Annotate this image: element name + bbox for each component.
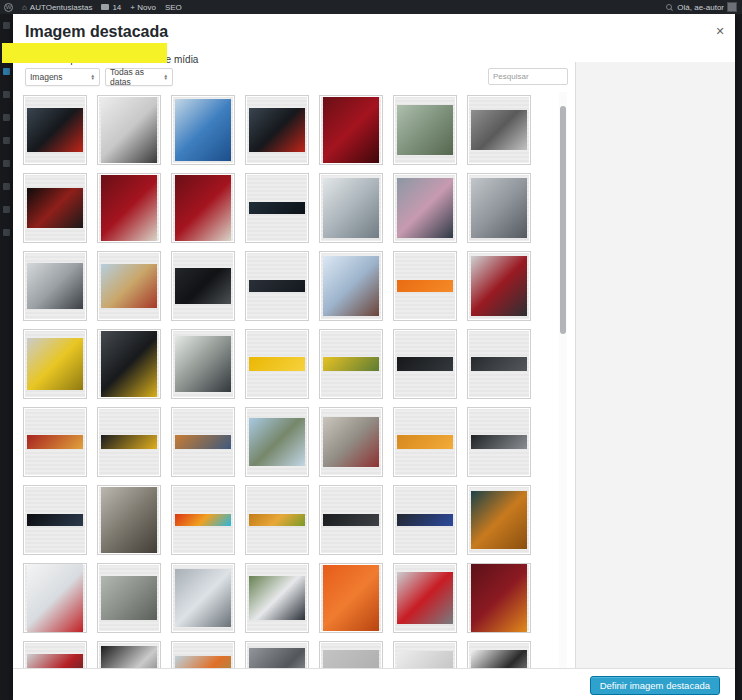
media-item[interactable] (97, 485, 161, 555)
account-menu[interactable]: Olá, ae-autor (677, 2, 737, 12)
media-item[interactable] (467, 641, 531, 668)
new-content-link[interactable]: + Novo (130, 3, 156, 12)
media-item[interactable] (171, 407, 235, 477)
media-item[interactable] (245, 407, 309, 477)
thumbnail-image (249, 357, 305, 371)
media-item[interactable] (319, 407, 383, 477)
thumbnail-image (249, 108, 305, 152)
media-item[interactable] (319, 641, 383, 668)
attachment-details-sidebar (575, 62, 735, 668)
appearance-icon[interactable] (3, 137, 10, 144)
thumbnail-image (471, 357, 527, 371)
seo-label: SEO (165, 3, 182, 12)
media-item[interactable] (245, 563, 309, 633)
media-icon[interactable] (3, 68, 10, 75)
media-item[interactable] (245, 95, 309, 165)
comments-link[interactable]: 14 (101, 3, 121, 12)
thumbnail-image (323, 650, 379, 668)
media-item[interactable] (467, 95, 531, 165)
dashboard-icon[interactable] (3, 22, 10, 29)
media-item[interactable] (23, 485, 87, 555)
media-item[interactable] (97, 563, 161, 633)
media-item[interactable] (393, 173, 457, 243)
settings-icon[interactable] (3, 229, 10, 236)
media-item[interactable] (393, 485, 457, 555)
media-item[interactable] (245, 173, 309, 243)
wp-logo-menu[interactable]: W (4, 3, 13, 12)
users-icon[interactable] (3, 183, 10, 190)
media-item[interactable] (319, 95, 383, 165)
media-item[interactable] (171, 251, 235, 321)
thumbnail-image (175, 175, 231, 241)
media-item[interactable] (319, 485, 383, 555)
tab-media-library[interactable]: Biblioteca de mídia (114, 54, 199, 65)
thumbnail-image (27, 654, 83, 668)
site-name-link[interactable]: ⌂ AUTOentusiastas (22, 3, 92, 12)
media-item[interactable] (319, 563, 383, 633)
media-item[interactable] (467, 251, 531, 321)
seo-link[interactable]: SEO (165, 3, 182, 12)
close-icon[interactable]: ✕ (713, 24, 727, 38)
media-item[interactable] (393, 563, 457, 633)
thumbnail-image (471, 564, 527, 632)
media-item[interactable] (97, 329, 161, 399)
media-item[interactable] (23, 251, 87, 321)
thumbnail-image (101, 97, 157, 163)
media-item[interactable] (467, 329, 531, 399)
scrollbar-thumb[interactable] (560, 106, 566, 334)
set-featured-image-button[interactable]: Definir imagem destacada (590, 676, 720, 695)
search-icon[interactable] (666, 4, 672, 10)
media-item[interactable] (319, 173, 383, 243)
thumbnail-image (175, 514, 231, 526)
thumbnail-image (27, 564, 83, 632)
media-item[interactable] (171, 563, 235, 633)
attachments-grid (23, 95, 553, 668)
media-item[interactable] (467, 563, 531, 633)
media-item[interactable] (467, 407, 531, 477)
plugins-icon[interactable] (3, 160, 10, 167)
thumbnail-image (27, 435, 83, 449)
media-item[interactable] (245, 251, 309, 321)
thumbnail-image (175, 99, 231, 161)
comments-icon[interactable] (3, 114, 10, 121)
media-item[interactable] (171, 329, 235, 399)
tab-upload-files[interactable]: Enviar arquivos (27, 54, 96, 65)
media-item[interactable] (319, 251, 383, 321)
media-item[interactable] (23, 407, 87, 477)
media-item[interactable] (23, 95, 87, 165)
media-item[interactable] (393, 641, 457, 668)
media-item[interactable] (393, 95, 457, 165)
media-item[interactable] (393, 329, 457, 399)
media-item[interactable] (245, 329, 309, 399)
media-item[interactable] (319, 329, 383, 399)
media-item[interactable] (97, 251, 161, 321)
media-item[interactable] (171, 485, 235, 555)
pages-icon[interactable] (3, 91, 10, 98)
media-item[interactable] (97, 407, 161, 477)
media-item[interactable] (23, 173, 87, 243)
media-item[interactable] (171, 641, 235, 668)
media-item[interactable] (467, 173, 531, 243)
media-item[interactable] (23, 563, 87, 633)
thumbnail-image (471, 491, 527, 549)
media-item[interactable] (97, 95, 161, 165)
media-item[interactable] (245, 641, 309, 668)
media-item[interactable] (245, 485, 309, 555)
posts-icon[interactable] (3, 45, 10, 52)
media-item[interactable] (467, 485, 531, 555)
media-item[interactable] (171, 95, 235, 165)
date-filter[interactable]: Todas as datas ▲▼ (105, 68, 173, 86)
media-item[interactable] (97, 173, 161, 243)
thumbnail-image (101, 331, 157, 397)
media-item[interactable] (23, 329, 87, 399)
media-item[interactable] (171, 173, 235, 243)
media-item[interactable] (97, 641, 161, 668)
thumbnail-image (249, 202, 305, 214)
media-item[interactable] (393, 407, 457, 477)
media-item[interactable] (393, 251, 457, 321)
scrollbar-track[interactable] (559, 92, 567, 668)
search-input[interactable] (488, 68, 568, 85)
media-item[interactable] (23, 641, 87, 668)
media-type-filter[interactable]: Imagens ▲▼ (25, 68, 100, 86)
tools-icon[interactable] (3, 206, 10, 213)
